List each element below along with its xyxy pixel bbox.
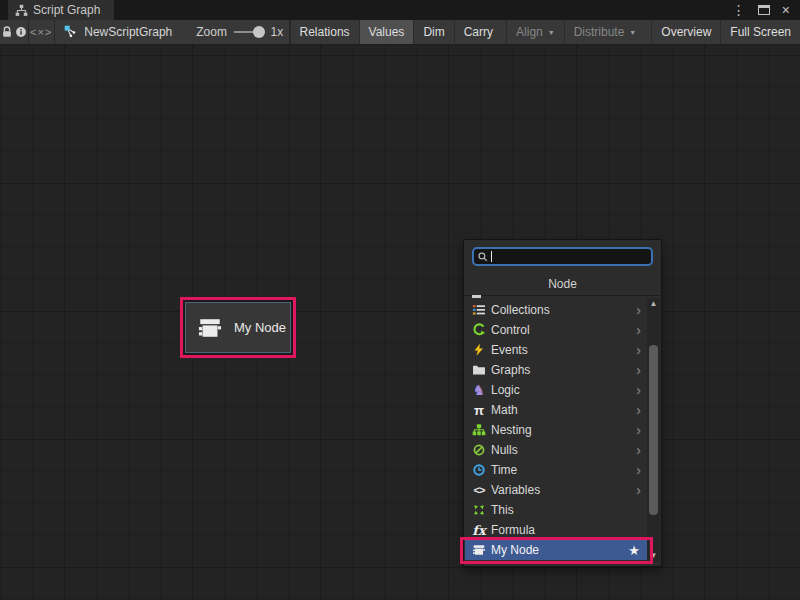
finder-item-logic[interactable]: ♞Logic›: [465, 380, 647, 400]
zoom-label: Zoom: [196, 25, 227, 39]
button-label: Relations: [300, 25, 350, 39]
chevron-right-icon: ›: [636, 483, 641, 497]
finder-item-this[interactable]: This: [465, 500, 647, 520]
finder-item-label: Math: [491, 403, 518, 417]
node-label: My Node: [234, 320, 286, 335]
dropdown-arrow-icon: ▼: [548, 29, 555, 36]
chevron-right-icon: ›: [636, 323, 641, 337]
finder-item-time[interactable]: Time›: [465, 460, 647, 480]
code-view-button[interactable]: <×>: [28, 20, 54, 44]
toolbar-button-values[interactable]: Values: [359, 20, 414, 44]
finder-item-label: Events: [491, 343, 528, 357]
partial-item-icon: [472, 295, 481, 298]
finder-item-label: My Node: [491, 543, 539, 557]
finder-item-label: Formula: [491, 523, 535, 537]
toolbar: <×> NewScriptGraph Zoom 1x RelationsValu…: [0, 20, 800, 45]
finder-item-math[interactable]: πMath›: [465, 400, 647, 420]
zoom-value: 1x: [271, 25, 284, 39]
toolbar-button-full-screen[interactable]: Full Screen: [720, 20, 800, 44]
scroll-up-arrow[interactable]: ▲: [647, 298, 660, 310]
finder-item-formula[interactable]: fxFormula: [465, 520, 647, 540]
chevron-right-icon: ›: [636, 303, 641, 317]
button-label: Full Screen: [730, 25, 791, 39]
button-label: Distribute: [574, 25, 625, 39]
chevron-right-icon: ›: [636, 403, 641, 417]
lock-button[interactable]: [0, 20, 14, 44]
toolbar-button-carry[interactable]: Carry: [454, 20, 502, 44]
chevron-right-icon: ›: [636, 463, 641, 477]
script-graph-window: Script Graph ⋮ × <×> NewScriptGraph Zoom: [0, 0, 800, 600]
finder-separator: [464, 295, 661, 296]
finder-item-graphs[interactable]: Graphs›: [465, 360, 647, 380]
finder-item-label: Nulls: [491, 443, 518, 457]
graphs-icon: [471, 362, 487, 378]
math-icon: π: [471, 402, 487, 418]
chevron-right-icon: ›: [636, 443, 641, 457]
node-highlight-annotation: My Node: [180, 297, 296, 358]
events-icon: [471, 342, 487, 358]
finder-item-my-node[interactable]: My Node★: [465, 540, 647, 560]
scroll-down-arrow[interactable]: ▼: [647, 550, 660, 562]
finder-item-control[interactable]: Control›: [465, 320, 647, 340]
chevron-right-icon: ›: [636, 343, 641, 357]
finder-list: Collections›Control›Events›Graphs›♞Logic…: [465, 300, 647, 564]
scrollbar-thumb[interactable]: [649, 345, 658, 515]
finder-item-nulls[interactable]: Nulls›: [465, 440, 647, 460]
chevron-right-icon: ›: [636, 423, 641, 437]
info-icon: [14, 25, 28, 39]
toolbar-button-dim[interactable]: Dim: [413, 20, 453, 44]
close-button[interactable]: ×: [782, 3, 790, 17]
button-label: Carry: [464, 25, 493, 39]
unit-icon: [197, 315, 223, 341]
script-graph-icon: [15, 4, 28, 17]
finder-header: Node: [464, 277, 661, 291]
button-label: Overview: [661, 25, 711, 39]
toolbar-button-overview[interactable]: Overview: [651, 20, 720, 44]
window-controls: ⋮ ×: [732, 0, 800, 20]
control-icon: [471, 322, 487, 338]
graph-asset-icon: [64, 25, 78, 39]
nesting-icon: [471, 422, 487, 438]
this-icon: [471, 502, 487, 518]
zoom-slider-knob[interactable]: [253, 26, 265, 38]
finder-item-events[interactable]: Events›: [465, 340, 647, 360]
finder-item-label: Control: [491, 323, 530, 337]
titlebar: Script Graph ⋮ ×: [0, 0, 800, 20]
nulls-icon: [471, 442, 487, 458]
chevron-right-icon: ›: [636, 363, 641, 377]
inspect-button[interactable]: [14, 20, 28, 44]
graph-reference[interactable]: NewScriptGraph: [64, 20, 172, 44]
toolbar-button-relations[interactable]: Relations: [290, 20, 359, 44]
node-selection-gap: My Node: [183, 300, 293, 355]
variables-icon: <>: [471, 482, 487, 498]
finder-item-nesting[interactable]: Nesting›: [465, 420, 647, 440]
finder-item-label: Nesting: [491, 423, 532, 437]
finder-item-label: Variables: [491, 483, 540, 497]
finder-item-collections[interactable]: Collections›: [465, 300, 647, 320]
node-my-node[interactable]: My Node: [185, 302, 291, 353]
star-icon[interactable]: ★: [628, 544, 640, 557]
graph-canvas[interactable]: My Node Node Collections›Control›Events›…: [0, 45, 800, 600]
tab-title: Script Graph: [33, 3, 100, 17]
toolbar-button-distribute[interactable]: Distribute▼: [564, 20, 646, 44]
button-label: Dim: [423, 25, 444, 39]
finder-item-label: Collections: [491, 303, 550, 317]
finder-item-label: This: [491, 503, 514, 517]
zoom-slider[interactable]: [234, 20, 264, 44]
finder-item-variables[interactable]: <>Variables›: [465, 480, 647, 500]
toolbar-button-align[interactable]: Align▼: [506, 20, 564, 44]
graph-name: NewScriptGraph: [84, 25, 172, 39]
collections-icon: [471, 302, 487, 318]
tab-script-graph[interactable]: Script Graph: [8, 0, 114, 20]
logic-icon: ♞: [471, 382, 487, 398]
chevron-right-icon: ›: [636, 383, 641, 397]
dropdown-arrow-icon: ▼: [629, 29, 636, 36]
finder-item-label: Time: [491, 463, 517, 477]
code-toggle-icon: <×>: [30, 27, 52, 38]
maximize-button[interactable]: [758, 5, 770, 15]
search-input[interactable]: [472, 247, 653, 266]
button-label: Values: [369, 25, 405, 39]
finder-scrollbar[interactable]: ▲ ▼: [647, 298, 660, 562]
formula-icon: fx: [471, 522, 487, 538]
window-menu-button[interactable]: ⋮: [732, 3, 746, 17]
